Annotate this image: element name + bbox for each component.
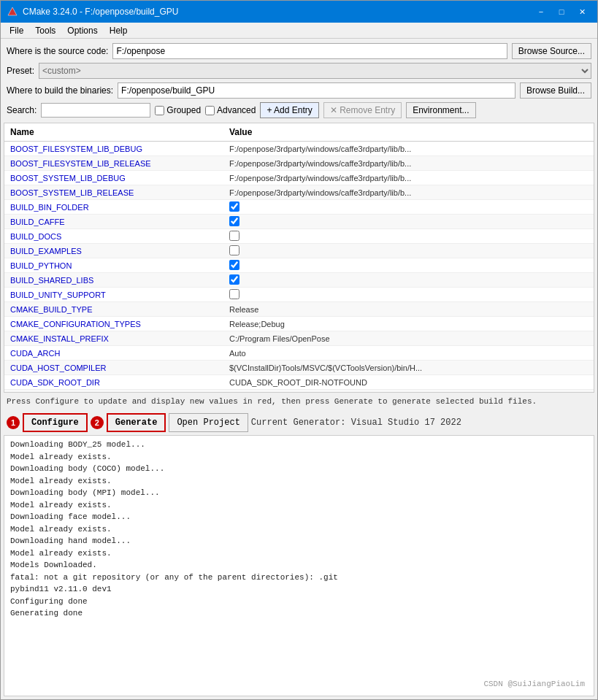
log-line: Model already exists. [10,523,588,536]
table-row[interactable]: BUILD_PYTHON [4,258,594,273]
log-line: Model already exists. [10,475,588,488]
environment-button[interactable]: Environment... [406,102,475,118]
grouped-checkbox-label[interactable]: Grouped [155,105,201,115]
table-body: BOOST_FILESYSTEM_LIB_DEBUGF:/openpose/3r… [4,142,594,392]
table-cell-name: BUILD_SHARED_LIBS [4,276,223,285]
cmake-icon [7,6,18,18]
log-line: Downloading face model... [10,511,588,523]
table-row[interactable]: BUILD_CAFFE [4,215,594,229]
menu-help[interactable]: Help [104,24,134,37]
table-row[interactable]: CUDA_ARCHAuto [4,346,594,361]
table-cell-value [223,260,594,272]
table-row[interactable]: BUILD_BIN_FOLDER [4,200,594,215]
table-row[interactable]: BOOST_FILESYSTEM_LIB_DEBUGF:/openpose/3r… [4,142,594,156]
table-row[interactable]: CMAKE_INSTALL_PREFIXC:/Program Files/Ope… [4,331,594,346]
log-line: Model already exists. [10,547,588,560]
table-cell-value: Release [223,305,594,314]
table-cell-name: BUILD_EXAMPLES [4,247,223,255]
table-cell-value: Release;Debug [223,320,594,328]
source-input[interactable] [112,43,507,59]
build-label: Where to build the binaries: [7,85,113,96]
table-row[interactable]: BUILD_EXAMPLES [4,244,594,258]
generate-badge: 2 [91,416,104,429]
log-line: pybind11 v2.11.0 dev1 [10,583,588,596]
preset-select[interactable]: <custom> [39,63,591,79]
table-row[interactable]: CUDA_SDK_ROOT_DIRCUDA_SDK_ROOT_DIR-NOTFO… [4,375,594,390]
menu-options[interactable]: Options [61,24,103,37]
log-line: Downloading hand model... [10,535,588,547]
table-cell-name: CUDA_SDK_ROOT_DIR [4,378,223,387]
advanced-checkbox-label[interactable]: Advanced [205,105,256,115]
table-row[interactable]: BUILD_SHARED_LIBS [4,273,594,288]
table-row[interactable]: BOOST_SYSTEM_LIB_DEBUGF:/openpose/3rdpar… [4,171,594,185]
browse-build-button[interactable]: Browse Build... [520,82,591,99]
preset-label: Preset: [7,66,34,76]
cmake-table: Name Value BOOST_FILESYSTEM_LIB_DEBUGF:/… [4,123,594,393]
table-cell-name: CUDA_ARCH [4,349,223,358]
table-cell-value: Auto [223,349,594,358]
menu-tools[interactable]: Tools [29,24,61,37]
advanced-checkbox[interactable] [205,106,215,115]
table-row[interactable]: CMAKE_CONFIGURATION_TYPESRelease;Debug [4,317,594,331]
table-cell-value [223,201,594,213]
log-container: Downloading BODY_25 model...Model alread… [4,435,594,696]
status-text: Press Configure to update and display ne… [1,393,597,410]
table-cell-name: BUILD_PYTHON [4,261,223,270]
configure-button[interactable]: Configure [23,413,88,432]
table-cell-name: BOOST_FILESYSTEM_LIB_DEBUG [4,145,223,153]
svg-marker-0 [8,7,17,15]
table-cell-name: BUILD_BIN_FOLDER [4,203,223,212]
browse-source-button[interactable]: Browse Source... [512,43,591,59]
table-cell-value: C:/Program Files/OpenPose [223,334,594,343]
search-input[interactable] [41,103,150,118]
table-row[interactable]: BUILD_UNITY_SUPPORT [4,288,594,302]
name-column-header: Name [4,126,223,139]
table-checkbox[interactable] [229,216,239,226]
table-checkbox[interactable] [229,201,239,212]
open-project-button[interactable]: Open Project [169,413,248,432]
table-row[interactable]: CMAKE_BUILD_TYPERelease [4,302,594,317]
menu-file[interactable]: File [4,24,29,37]
table-checkbox[interactable] [229,231,239,241]
generate-button[interactable]: Generate [107,413,166,432]
menu-bar: File Tools Options Help [1,23,597,39]
toolbar: Where is the source code: Browse Source.… [1,39,597,123]
remove-entry-button[interactable]: ✕ Remove Entry [323,102,402,118]
table-cell-value: F:/openpose/3rdparty/windows/caffe3rdpar… [223,174,594,182]
source-row: Where is the source code: Browse Source.… [7,43,591,59]
table-row[interactable]: BUILD_DOCS [4,229,594,244]
value-column-header: Value [223,126,594,139]
table-row[interactable]: BOOST_SYSTEM_LIB_RELEASEF:/openpose/3rdp… [4,185,594,200]
table-cell-value: $(VCInstallDir)Tools/MSVC/$(VCToolsVersi… [223,364,594,372]
title-bar: CMake 3.24.0 - F:/openpose/build_GPU − □… [1,1,597,23]
grouped-checkbox[interactable] [155,106,164,115]
table-cell-value [223,274,594,286]
table-cell-value [223,231,594,242]
maximize-button[interactable]: □ [552,4,571,19]
table-checkbox[interactable] [229,260,239,270]
table-checkbox[interactable] [229,289,239,299]
preset-row: Preset: <custom> [7,63,591,79]
table-cell-value [223,245,594,257]
table-row[interactable]: BOOST_FILESYSTEM_LIB_RELEASEF:/openpose/… [4,156,594,171]
log-line: Model already exists. [10,499,588,512]
log-line: Configuring done [10,596,588,608]
table-cell-name: BOOST_FILESYSTEM_LIB_RELEASE [4,159,223,168]
search-label: Search: [7,105,37,115]
close-button[interactable]: ✕ [572,4,591,19]
table-cell-name: CUDA_HOST_COMPILER [4,364,223,372]
table-row[interactable]: CUDA_TOOLKIT_ROOT_DIRC:/Program Files/NV… [4,390,594,392]
table-cell-name: BUILD_UNITY_SUPPORT [4,291,223,299]
table-row[interactable]: CUDA_HOST_COMPILER$(VCInstallDir)Tools/M… [4,361,594,375]
window-title: CMake 3.24.0 - F:/openpose/build_GPU [23,7,532,17]
main-window: CMake 3.24.0 - F:/openpose/build_GPU − □… [0,0,598,700]
minimize-button[interactable]: − [532,4,551,19]
table-checkbox[interactable] [229,245,239,255]
build-input[interactable] [118,82,515,99]
add-entry-button[interactable]: + Add Entry [260,102,318,118]
search-row: Search: Grouped Advanced + Add Entry ✕ R… [7,102,591,118]
log-line: Downloading body (COCO) model... [10,463,588,475]
table-checkbox[interactable] [229,274,239,285]
table-cell-name: CMAKE_INSTALL_PREFIX [4,334,223,343]
table-cell-name: CMAKE_CONFIGURATION_TYPES [4,320,223,328]
